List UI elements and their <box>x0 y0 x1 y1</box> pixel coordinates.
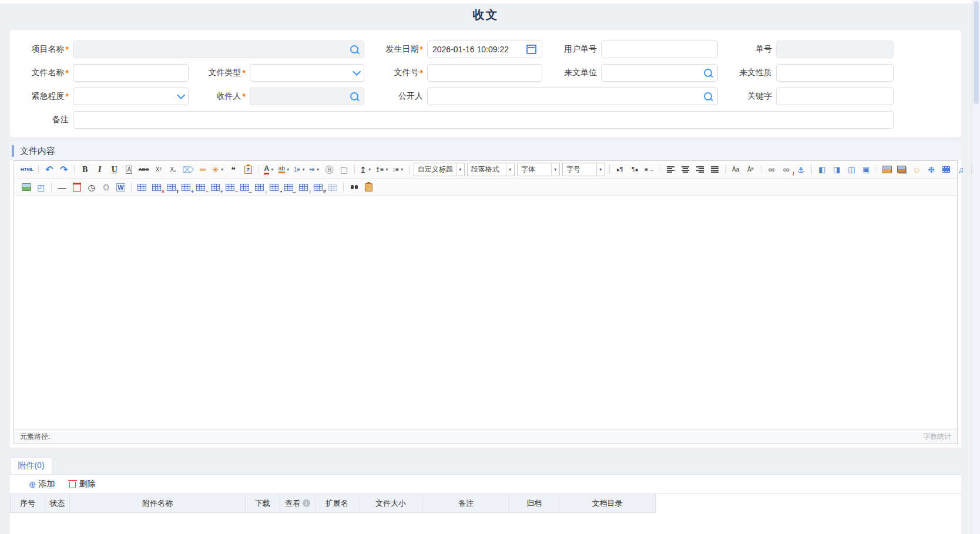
remove-format-icon[interactable]: ⌦ <box>181 163 195 176</box>
scrawl-icon[interactable]: ❉ <box>925 163 938 176</box>
split-cols-icon[interactable]: ↕ <box>297 181 310 193</box>
format-painter-icon[interactable]: ✏ <box>196 163 210 176</box>
order-no-input[interactable] <box>781 45 888 54</box>
insert-row-icon[interactable]: + <box>179 181 193 193</box>
to-uppercase-icon[interactable]: Åa <box>729 163 743 176</box>
screenshot-icon[interactable]: ◰ <box>34 181 48 193</box>
auto-typeset-icon[interactable]: ✳▼ <box>211 163 226 176</box>
paragraph-spacing-icon[interactable]: ↥▼ <box>358 163 373 176</box>
highlight-color-icon[interactable]: ab▼ <box>277 163 291 176</box>
strikethrough-icon[interactable]: ABC <box>137 163 150 176</box>
remark-input[interactable] <box>78 115 888 125</box>
search-replace-icon[interactable] <box>347 181 361 193</box>
font-color-icon[interactable]: A▼ <box>263 163 276 176</box>
row-spacing-icon[interactable]: ↥≡▼ <box>374 163 390 176</box>
page-scrollbar[interactable] <box>972 0 980 534</box>
keyword-input[interactable] <box>781 92 888 101</box>
custom-title-select[interactable]: 自定义标题▼ <box>414 163 465 176</box>
field-remark[interactable] <box>73 111 894 129</box>
chevron-down-icon[interactable]: ▼ <box>456 163 464 176</box>
music-icon[interactable]: ♫ <box>954 163 968 176</box>
paste-text-icon[interactable]: T <box>241 163 255 176</box>
align-justify-icon[interactable] <box>708 163 721 176</box>
editor-body[interactable] <box>14 196 957 429</box>
public-person-input[interactable] <box>432 92 702 101</box>
video-icon[interactable] <box>939 163 953 176</box>
file-name-input[interactable] <box>78 68 183 78</box>
redo-icon[interactable]: ↷ <box>57 163 71 176</box>
insert-image-icon[interactable] <box>881 163 894 176</box>
field-receiver[interactable] <box>250 88 364 105</box>
calendar-icon[interactable] <box>526 45 536 54</box>
font-size-select[interactable]: 字号▼ <box>562 163 605 176</box>
table-title-icon[interactable]: T <box>165 181 178 193</box>
split-cells-icon[interactable]: # <box>311 181 325 193</box>
link-icon[interactable]: ∞ <box>765 163 778 176</box>
field-source-nature[interactable] <box>776 64 894 82</box>
urgency-input[interactable] <box>78 92 173 101</box>
chevron-down-icon[interactable] <box>353 70 358 76</box>
rtl-icon[interactable]: ¶◂ <box>628 163 642 176</box>
search-icon[interactable] <box>350 45 358 53</box>
blank-page-icon[interactable]: ▢ <box>337 163 351 176</box>
delete-attachment-button[interactable]: 删除 <box>68 479 96 489</box>
merge-right-icon[interactable]: → <box>238 181 251 193</box>
horizontal-rule-icon[interactable]: — <box>55 181 69 193</box>
bold-icon[interactable]: B <box>78 163 92 176</box>
project-name-input[interactable] <box>78 45 348 54</box>
preview-icon[interactable] <box>362 181 375 193</box>
map-icon[interactable] <box>19 181 33 193</box>
anchor-text-icon[interactable]: ⓐ <box>323 163 336 176</box>
anchor-icon[interactable]: ⚓ <box>794 163 808 176</box>
undo-icon[interactable]: ↶ <box>42 163 56 176</box>
field-project-name[interactable] <box>73 41 364 58</box>
receiver-input[interactable] <box>255 92 348 101</box>
line-height-icon[interactable]: ↕≡▼ <box>391 163 405 176</box>
paragraph-format-select[interactable]: 段落格式▼ <box>467 163 515 176</box>
field-source-unit[interactable] <box>601 64 718 82</box>
chevron-down-icon[interactable]: ▼ <box>506 163 514 176</box>
image-center-icon[interactable]: ▣ <box>860 163 873 176</box>
add-attachment-button[interactable]: ⊕ 添加 <box>29 479 55 489</box>
source-nature-input[interactable] <box>781 68 888 78</box>
file-no-input[interactable] <box>432 68 537 78</box>
underline-icon[interactable]: U <box>108 163 121 176</box>
field-keyword[interactable] <box>776 88 894 105</box>
image-float-right-icon[interactable]: ◨ <box>830 163 844 176</box>
html-source-icon[interactable]: HTML <box>19 163 35 176</box>
font-border-icon[interactable]: A <box>122 163 136 176</box>
occur-date-input[interactable] <box>432 45 526 54</box>
field-order-no[interactable] <box>776 41 894 58</box>
image-inline-icon[interactable]: ◫ <box>845 163 858 176</box>
file-type-input[interactable] <box>255 68 348 78</box>
superscript-icon[interactable]: X² <box>152 163 165 176</box>
delete-table-icon[interactable]: × <box>150 181 163 193</box>
ltr-icon[interactable]: ▸¶ <box>613 163 627 176</box>
chevron-down-icon[interactable]: ▼ <box>596 163 605 176</box>
unlink-icon[interactable]: ∞/ <box>780 163 793 176</box>
split-rows-icon[interactable]: ↔ <box>282 181 296 193</box>
chevron-down-icon[interactable] <box>177 93 183 99</box>
italic-icon[interactable]: I <box>93 163 106 176</box>
search-icon[interactable] <box>704 69 712 77</box>
image-float-left-icon[interactable]: ◧ <box>815 163 829 176</box>
delete-col-icon[interactable]: − <box>223 181 237 193</box>
special-chars-icon[interactable]: Ω <box>99 181 113 193</box>
info-icon[interactable]: i <box>303 499 310 507</box>
tab-attachments[interactable]: 附件(0) <box>10 457 52 474</box>
search-icon[interactable] <box>704 92 712 100</box>
subscript-icon[interactable]: X₂ <box>166 163 180 176</box>
image-album-icon[interactable] <box>895 163 909 176</box>
field-user-order-no[interactable] <box>601 41 718 58</box>
insert-time-icon[interactable]: ◷ <box>85 181 98 193</box>
delete-row-icon[interactable]: − <box>194 181 207 193</box>
field-urgency[interactable] <box>73 88 189 105</box>
align-left-icon[interactable] <box>664 163 677 176</box>
emoji-icon[interactable]: ☺ <box>910 163 924 176</box>
field-file-type[interactable] <box>250 64 364 82</box>
insert-col-icon[interactable]: + <box>209 181 222 193</box>
field-occur-date[interactable] <box>427 41 542 58</box>
source-unit-input[interactable] <box>606 68 702 78</box>
indent-icon[interactable]: ≡→ <box>643 163 656 176</box>
search-icon[interactable] <box>350 92 358 100</box>
